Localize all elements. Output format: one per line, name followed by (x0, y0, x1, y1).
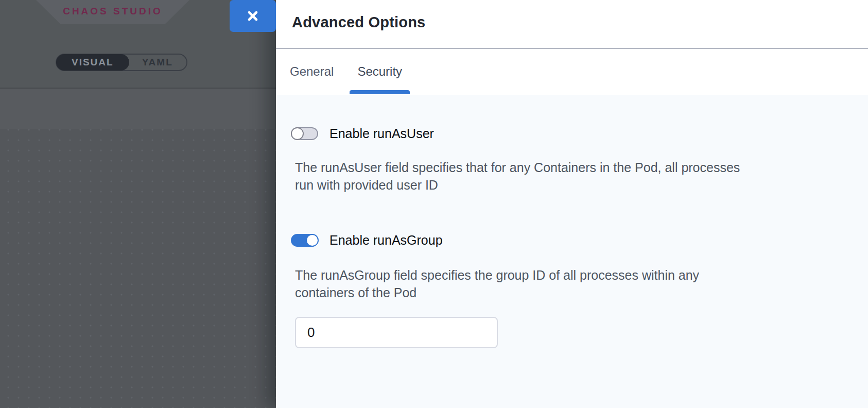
tab-general[interactable]: General (282, 49, 341, 94)
drawer-header: Advanced Options (276, 0, 868, 49)
view-mode-toggle[interactable]: VISUAL YAML (56, 54, 187, 71)
run-as-user-row: Enable runAsUser (291, 127, 847, 140)
toggle-knob (291, 127, 304, 140)
drawer-title: Advanced Options (292, 14, 868, 31)
run-as-user-label: Enable runAsUser (329, 126, 434, 141)
toggle-knob (306, 234, 319, 247)
run-as-group-value-input[interactable] (295, 317, 498, 348)
run-as-user-toggle[interactable] (291, 127, 318, 140)
chaos-studio-canvas: CHAOS STUDIO VISUAL YAML (0, 0, 276, 408)
close-icon (245, 8, 261, 24)
run-as-group-row: Enable runAsGroup (291, 233, 847, 247)
screen: CHAOS STUDIO VISUAL YAML Advanced Option… (0, 0, 868, 408)
brand-banner: CHAOS STUDIO (36, 0, 189, 24)
canvas-dot-grid (0, 129, 276, 408)
drawer-tabs: General Security (276, 49, 868, 94)
run-as-user-description: The runAsUser field specifies that for a… (295, 159, 789, 194)
advanced-options-drawer: Advanced Options General Security Enable… (276, 0, 868, 408)
run-as-group-label: Enable runAsGroup (329, 233, 443, 248)
run-as-group-toggle[interactable] (291, 234, 318, 247)
run-as-group-description: The runAsGroup field specifies the group… (295, 266, 789, 301)
canvas-toolbar-band (0, 89, 276, 129)
tab-security[interactable]: Security (350, 49, 410, 94)
visual-mode-button[interactable]: VISUAL (56, 54, 129, 71)
yaml-mode-button[interactable]: YAML (129, 55, 186, 70)
close-drawer-button[interactable] (230, 0, 276, 32)
security-tab-content: Enable runAsUser The runAsUser field spe… (276, 95, 868, 408)
brand-banner-label: CHAOS STUDIO (63, 6, 163, 17)
